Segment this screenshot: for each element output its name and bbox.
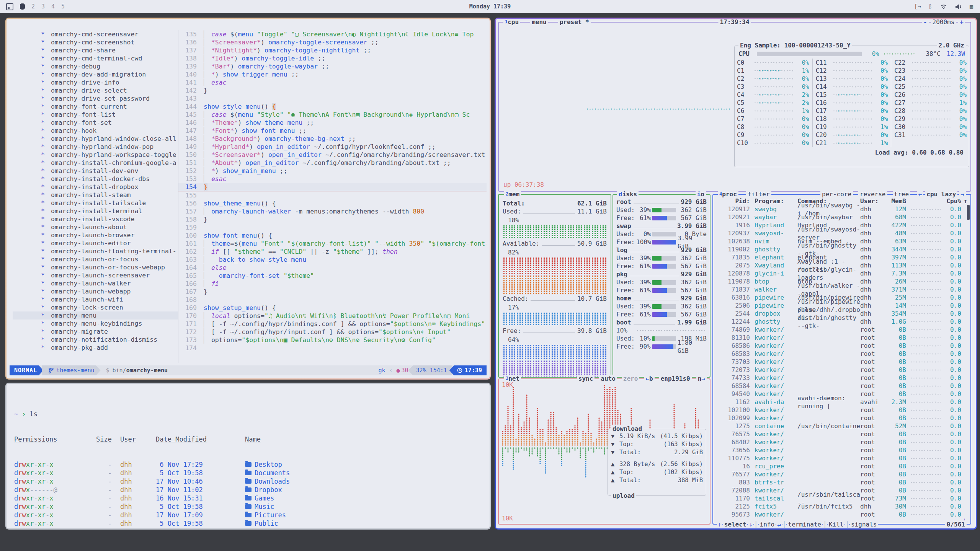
tree-item[interactable]: *omarchy-menu-keybindings: [13, 320, 178, 328]
sort-next-button[interactable]: →: [959, 190, 966, 198]
process-row[interactable]: 95673kworker/root0B0.0: [713, 510, 970, 518]
workspace-3[interactable]: 3: [41, 3, 45, 10]
select-down-key[interactable]: ↓: [748, 520, 753, 528]
tree-item[interactable]: *omarchy-cmd-screenshot: [13, 38, 178, 46]
process-row[interactable]: 120937swayosd-/usr/bin/swayosd-serverdhh…: [713, 229, 970, 237]
screen-share-icon[interactable]: [→: [914, 3, 921, 10]
workspace-indicators[interactable]: 2 3 4 5: [0, 3, 65, 10]
filter-button[interactable]: filter: [746, 190, 771, 198]
process-row[interactable]: 68583kworker/root0B0.0: [713, 350, 970, 358]
workspace-active-indicator[interactable]: [20, 3, 25, 10]
sort-prev-button[interactable]: ←: [917, 190, 924, 198]
file-tree[interactable]: *omarchy-cmd-screensaver*omarchy-cmd-scr…: [13, 30, 178, 363]
volume-icon[interactable]: [955, 4, 962, 10]
io-toggle[interactable]: io: [696, 190, 706, 198]
interval-plus-button[interactable]: +: [958, 19, 965, 26]
tree-item[interactable]: *omarchy-notification-dismiss: [13, 336, 178, 344]
shell-terminal[interactable]: ~ › ls Permissions Size User Date Modifi…: [7, 384, 490, 528]
process-row[interactable]: 76575kworker/root0B0.0: [713, 430, 970, 438]
process-row[interactable]: 73703kworker/root0B0.0: [713, 358, 970, 366]
process-row[interactable]: 12244ghostty/usr/bin/ghostty --gtk-dhh1.…: [713, 318, 970, 326]
workspace-5[interactable]: 5: [61, 3, 65, 10]
tree-item[interactable]: *omarchy-cmd-terminal-cwd: [13, 54, 178, 62]
terminate-button[interactable]: terminate: [787, 520, 823, 528]
tree-item[interactable]: *omarchy-launch-floating-terminal-: [13, 247, 178, 255]
process-row[interactable]: 68402kworker/root0B0.0: [713, 438, 970, 446]
tree-item[interactable]: *omarchy-launch-or-focus-webapp: [13, 263, 178, 271]
process-row[interactable]: 74733kworker/root0B0.0: [713, 374, 970, 382]
editor-terminal[interactable]: *omarchy-cmd-screensaver*omarchy-cmd-scr…: [7, 19, 490, 378]
neovim[interactable]: *omarchy-cmd-screensaver*omarchy-cmd-scr…: [13, 30, 487, 363]
tree-item[interactable]: *omarchy-drive-info: [13, 78, 178, 86]
tree-item[interactable]: *omarchy-launch-editor: [13, 239, 178, 247]
process-row[interactable]: 1275containe/usr/bin/containerdroot52M0.…: [713, 422, 970, 430]
process-row[interactable]: 120921waybar/usr/bin/waybardhh68M0.0: [713, 213, 970, 221]
process-list[interactable]: 120912swaybg/usr/bin/swaybg -i /homdhh12…: [713, 205, 970, 518]
tree-item[interactable]: *omarchy-hyprland-window-pop: [13, 143, 178, 151]
tree-item[interactable]: *omarchy-install-dev-env: [13, 167, 178, 175]
tree-item[interactable]: *omarchy-install-chromium-google-a: [13, 159, 178, 167]
tree-item[interactable]: *omarchy-cmd-share: [13, 46, 178, 54]
info-button[interactable]: info: [759, 520, 776, 528]
tree-item[interactable]: *omarchy-hyprland-window-close-all: [13, 135, 178, 143]
interval-minus-button[interactable]: -: [922, 19, 929, 26]
process-row[interactable]: 68584kworker/root0B0.0: [713, 382, 970, 390]
tree-item[interactable]: *omarchy-install-vscode: [13, 215, 178, 223]
process-row[interactable]: 72073kworker/root0B0.0: [713, 366, 970, 374]
preset-button[interactable]: preset *: [558, 19, 591, 26]
tree-item[interactable]: *omarchy-pkg-add: [13, 344, 178, 352]
workspace-2[interactable]: 2: [31, 3, 35, 10]
tree-item[interactable]: *omarchy-launch-or-focus: [13, 255, 178, 263]
tree-item[interactable]: *omarchy-launch-webapp: [13, 287, 178, 295]
per-core-toggle[interactable]: per-core: [820, 190, 853, 198]
tree-item[interactable]: *omarchy-drive-select: [13, 86, 178, 95]
tree-item[interactable]: *omarchy-menu: [13, 311, 178, 320]
process-row[interactable]: 119002ghostty/usr/bin/ghostty --gtk-dhh3…: [713, 245, 970, 253]
workspace-4[interactable]: 4: [51, 3, 55, 10]
tree-item[interactable]: *omarchy-dev-add-migration: [13, 70, 178, 78]
tree-item[interactable]: *omarchy-launch-wifi: [13, 295, 178, 303]
tree-item[interactable]: *omarchy-font-current: [13, 103, 178, 111]
tree-item[interactable]: *omarchy-install-dropbox: [13, 183, 178, 191]
tree-item[interactable]: *omarchy-install-terminal: [13, 207, 178, 215]
tree-item[interactable]: *omarchy-hook: [13, 127, 178, 135]
tree-item[interactable]: *omarchy-install-docker-dbs: [13, 175, 178, 183]
select-up-key[interactable]: ↑: [717, 520, 722, 528]
process-row[interactable]: 71837walker/usr/bin/walker --gappldhh371…: [713, 285, 970, 293]
process-row[interactable]: 73656kworker/root0B0.0: [713, 446, 970, 454]
tree-item[interactable]: *omarchy-launch-browser: [13, 231, 178, 239]
tree-item[interactable]: *omarchy-font-set: [13, 119, 178, 127]
process-row[interactable]: 120878glycin-i/usr/lib/glycin-loadersdhh…: [713, 269, 970, 277]
shell-output[interactable]: ~ › ls Permissions Size User Date Modifi…: [14, 393, 485, 525]
reverse-toggle[interactable]: reverse: [858, 190, 887, 198]
tree-item[interactable]: *omarchy-cmd-screensaver: [13, 30, 178, 38]
process-row[interactable]: 81310kworker/root0B0.0: [713, 334, 970, 342]
tree-item[interactable]: *omarchy-hyprland-workspace-toggle: [13, 151, 178, 159]
tree-toggle[interactable]: tree: [893, 190, 911, 198]
process-row[interactable]: 110775kworker/root0B0.0: [713, 454, 970, 462]
process-row[interactable]: 16rcu_preeroot0B0.0: [713, 462, 970, 470]
tree-item[interactable]: *omarchy-install-steam: [13, 191, 178, 199]
tree-item[interactable]: *omarchy-install-tailscale: [13, 199, 178, 207]
bluetooth-icon[interactable]: ᛒ: [929, 3, 932, 10]
kill-button[interactable]: Kill: [828, 520, 845, 528]
process-row[interactable]: 2125fcitx5/usr/bin/fcitx5dhh30M0.0: [713, 502, 970, 510]
process-row[interactable]: 1162avahi-daavahi-daemon: running [avahi…: [713, 398, 970, 406]
tree-item[interactable]: *omarchy-lock-screen: [13, 303, 178, 311]
tree-item[interactable]: *omarchy-launch-walker: [13, 279, 178, 287]
process-row[interactable]: 803btrfs-trroot0B0.0: [713, 478, 970, 486]
signals-button[interactable]: signals: [850, 520, 878, 528]
tree-item[interactable]: *omarchy-debug: [13, 62, 178, 70]
tree-item[interactable]: *omarchy-launch-about: [13, 223, 178, 231]
tree-item[interactable]: *omarchy-migrate: [13, 328, 178, 336]
process-row[interactable]: 68586kworker/root0B0.0: [713, 342, 970, 350]
proc-scrollbar[interactable]: [967, 205, 970, 220]
tree-item[interactable]: *omarchy-font-list: [13, 111, 178, 119]
process-row[interactable]: 76577kworker/root0B0.0: [713, 470, 970, 478]
wifi-icon[interactable]: [940, 4, 947, 10]
tree-item[interactable]: *omarchy-launch-screensaver: [13, 271, 178, 279]
process-row[interactable]: 102099kworker/root0B0.0: [713, 414, 970, 422]
process-row[interactable]: 120912swaybg/usr/bin/swaybg -i /homdhh12…: [713, 205, 970, 213]
code-buffer[interactable]: 135▏ case $(menu "Toggle" "▢ Screensaver…: [178, 30, 487, 363]
tree-item[interactable]: *omarchy-drive-set-password: [13, 95, 178, 103]
